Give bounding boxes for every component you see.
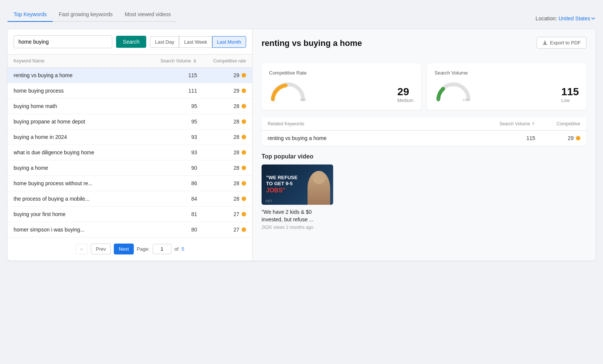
keyword-name: renting vs buying a home — [14, 72, 148, 78]
table-row[interactable]: renting vs buying a home 115 29 — [8, 68, 252, 83]
time-filter-last-week[interactable]: Last Week — [179, 36, 212, 48]
search-volume-cell: 90 — [148, 165, 197, 171]
related-rate-dot — [576, 136, 580, 140]
of-label: of — [174, 246, 179, 252]
table-row[interactable]: what is due diligence buying home 93 28 — [8, 145, 252, 160]
search-volume-cell: 115 — [148, 72, 197, 78]
location-value[interactable]: United States — [559, 15, 595, 21]
table-row[interactable]: buying a home 90 28 — [8, 160, 252, 176]
search-volume-value: 115 — [561, 86, 579, 98]
export-button[interactable]: Export to PDF — [537, 37, 586, 49]
rate-dot — [242, 88, 246, 93]
keyword-name: the process of buying a mobile... — [14, 196, 148, 202]
search-volume-cell: 111 — [148, 88, 197, 94]
prev-prev-button[interactable]: « — [75, 244, 88, 254]
sort-icon — [193, 59, 197, 63]
video-title-text: "We have 2 kids & $0 invested, but refus… — [262, 209, 333, 223]
keyword-name: home buying process — [14, 88, 148, 94]
rate-dot — [242, 119, 246, 124]
comp-rate-cell: 29 — [197, 72, 246, 78]
related-col-keyword: Related Keywords — [268, 121, 475, 126]
rate-dot — [242, 104, 246, 108]
table-row[interactable]: home buying process 111 29 — [8, 83, 252, 99]
table-row[interactable]: homer simpson i was buying... 80 27 — [8, 222, 252, 238]
search-volume-cell: 80 — [148, 227, 197, 233]
rate-dot — [242, 212, 246, 216]
table-row[interactable]: buying your first home 81 27 — [8, 207, 252, 222]
related-table-rows: renting vs buying a home 115 29 — [262, 131, 586, 146]
video-thumbnail[interactable]: "WE REFUSE TO GET 9-5 JOBS" GET — [262, 164, 333, 205]
search-volume-cell: 84 — [148, 196, 197, 202]
col-rate: Competitive rate — [197, 58, 246, 64]
comp-rate-cell: 27 — [197, 211, 246, 217]
tab-top-keywords[interactable]: Top Keywords — [8, 8, 53, 22]
col-volume[interactable]: Search Volume — [148, 58, 197, 64]
keyword-name: home buying process without re... — [14, 180, 148, 186]
rate-dot — [242, 150, 246, 155]
col-keyword: Keyword Name — [14, 58, 148, 64]
time-filter-last-month[interactable]: Last Month — [212, 36, 246, 48]
page-label: Page: — [137, 246, 150, 252]
table-row[interactable]: buying a home in 2024 93 28 — [8, 129, 252, 145]
tab-fast-growing[interactable]: Fast growing keywords — [53, 8, 119, 22]
rate-dot — [242, 227, 246, 232]
related-table-row: renting vs buying a home 115 29 — [262, 131, 586, 146]
prev-button[interactable]: Prev — [91, 244, 111, 254]
search-input[interactable] — [14, 35, 112, 48]
video-watermark: GET — [265, 199, 272, 203]
total-pages: 5 — [182, 246, 184, 252]
search-volume-cell: 95 — [148, 119, 197, 125]
related-keyword-name: renting vs buying a home — [268, 135, 475, 141]
related-keywords-table: Related Keywords Search Volume Competiti… — [262, 117, 586, 146]
competitive-rate-gauge: 0 100 — [269, 79, 307, 102]
search-volume-sublabel: Low — [561, 98, 569, 103]
video-meta: 262K views 2 months ago — [262, 225, 586, 230]
related-col-volume[interactable]: Search Volume — [475, 121, 535, 126]
related-volume: 115 — [475, 135, 535, 141]
keyword-name: buying propane at home depot — [14, 119, 148, 125]
export-icon — [542, 40, 548, 46]
competitive-rate-card: Competitive Rate 0 100 — [262, 63, 421, 110]
related-competitive: 29 — [535, 135, 580, 141]
rate-dot — [242, 73, 246, 78]
popular-video-section: Top popular video "WE REFUSE TO GET 9-5 … — [262, 153, 586, 230]
rate-dot — [242, 135, 246, 139]
svg-text:0: 0 — [437, 98, 439, 102]
svg-text:13M: 13M — [462, 98, 469, 102]
table-row[interactable]: buying propane at home depot 95 28 — [8, 114, 252, 129]
rate-dot — [242, 181, 246, 186]
related-col-competitive: Competitive — [535, 121, 580, 126]
competitive-rate-value: 29 — [397, 86, 409, 98]
table-row[interactable]: buying home math 95 28 — [8, 99, 252, 114]
comp-rate-cell: 28 — [197, 103, 246, 109]
related-sort-icon — [531, 122, 535, 125]
rate-dot — [242, 166, 246, 170]
competitive-rate-sublabel: Medium — [397, 98, 413, 103]
svg-text:100: 100 — [300, 98, 306, 102]
competitive-rate-label: Competitive Rate — [269, 70, 413, 76]
page-input[interactable] — [153, 244, 171, 254]
next-button[interactable]: Next — [114, 244, 134, 254]
comp-rate-cell: 28 — [197, 165, 246, 171]
search-volume-label: Search Volume — [435, 70, 579, 76]
keyword-table: renting vs buying a home 115 29 home buy… — [8, 68, 252, 238]
keyword-name: buying home math — [14, 103, 148, 109]
tab-most-viewed[interactable]: Most viewed videos — [119, 8, 177, 22]
keyword-name: what is due diligence buying home — [14, 149, 148, 155]
search-volume-cell: 81 — [148, 211, 197, 217]
rate-dot — [242, 196, 246, 201]
comp-rate-cell: 28 — [197, 180, 246, 186]
table-row[interactable]: home buying process without re... 86 28 — [8, 176, 252, 191]
comp-rate-cell: 28 — [197, 134, 246, 140]
time-filter-last-day[interactable]: Last Day — [150, 36, 179, 48]
search-volume-cell: 93 — [148, 134, 197, 140]
search-volume-cell: 93 — [148, 149, 197, 155]
search-volume-gauge: 0 13M — [435, 79, 472, 102]
comp-rate-cell: 28 — [197, 196, 246, 202]
svg-text:0: 0 — [271, 98, 273, 102]
chevron-down-icon — [591, 16, 595, 21]
search-button[interactable]: Search — [116, 36, 146, 48]
table-row[interactable]: the process of buying a mobile... 84 28 — [8, 191, 252, 207]
search-volume-cell: 86 — [148, 180, 197, 186]
search-volume-cell: 95 — [148, 103, 197, 109]
